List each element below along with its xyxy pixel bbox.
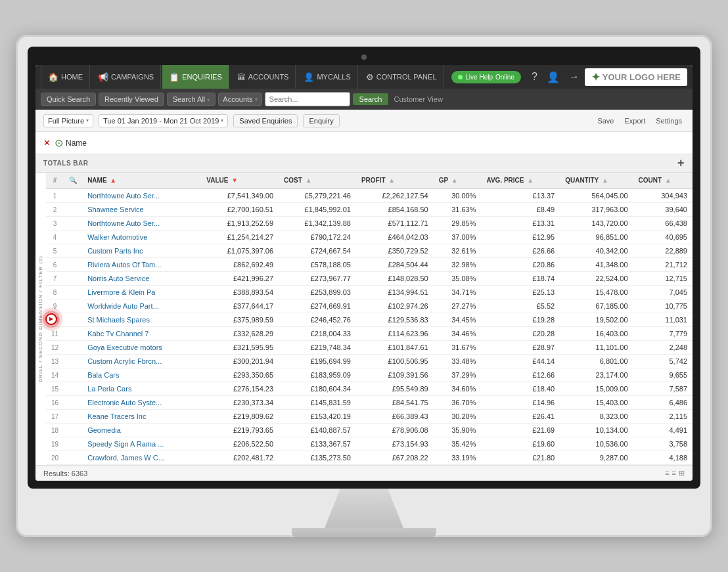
cell-num: 15 (46, 382, 64, 396)
cell-name[interactable]: Custom Acrylic Fbrcn... (82, 355, 201, 368)
table-row[interactable]: 14 Bala Cars £293,350.65 £183,959.09 £10… (46, 368, 693, 382)
full-picture-dropdown[interactable]: Full Picture ▾ (43, 114, 93, 127)
cell-name[interactable]: Custom Parts Inc (82, 244, 201, 258)
cell-search (64, 327, 82, 341)
table-row[interactable]: 8 Livermore & Klein Pa £388,893.54 £253,… (46, 286, 693, 299)
monitor-base (292, 528, 436, 537)
nav-enquiries[interactable]: 📋 ENQUIRIES (162, 65, 229, 89)
col-gp[interactable]: GP ▲ (434, 173, 482, 188)
nav-controlpanel[interactable]: ⚙ CONTROL PANEL (359, 65, 444, 89)
cell-name[interactable]: Kabc Tv Channel 7 (82, 327, 201, 341)
nav-mycalls[interactable]: 👤 MYCALLS (297, 65, 357, 89)
cell-avg-price: £12.66 (481, 368, 560, 382)
user-icon[interactable]: 👤 (543, 71, 564, 83)
cell-name[interactable]: Bala Cars (82, 368, 201, 382)
cell-name[interactable]: St Michaels Spares (82, 313, 201, 327)
table-row[interactable]: 12 Goya Executive motors £321,595.95 £21… (46, 341, 693, 355)
list-view-icon[interactable]: ≡ (672, 469, 676, 477)
col-quantity[interactable]: QUANTITY ▲ (560, 173, 633, 188)
cell-name[interactable]: Walker Automotive (82, 231, 201, 244)
cell-value: £219,809.62 (201, 410, 279, 424)
nav-home[interactable]: 🏠 HOME (41, 65, 90, 89)
table-body: 1 Northtowne Auto Ser... £7,541,349.00 £… (46, 188, 693, 465)
col-cost[interactable]: COST ▲ (279, 173, 356, 188)
cell-search (64, 258, 82, 272)
cell-name[interactable]: Keane Tracers Inc (82, 410, 201, 424)
table-row[interactable]: 18 Geomedia £219,793.65 £140,887.57 £78,… (46, 424, 693, 437)
col-name[interactable]: NAME ▲ (82, 173, 201, 188)
nav-enquiries-label: ENQUIRIES (182, 73, 222, 81)
settings-button[interactable]: Settings (653, 117, 685, 125)
live-help-status: Online (495, 74, 514, 81)
accounts-dropdown[interactable]: Accounts ▾ (218, 93, 262, 106)
cell-name[interactable]: Shawnee Service (82, 203, 201, 217)
full-picture-arrow-icon: ▾ (86, 118, 89, 123)
table-row[interactable]: 17 Keane Tracers Inc £219,809.62 £153,42… (46, 410, 693, 424)
search-input[interactable] (265, 92, 350, 106)
cell-name[interactable]: Speedy Sign A Rama ... (82, 437, 201, 451)
cell-profit: £148,028.50 (356, 272, 434, 286)
cell-name[interactable]: Geomedia (82, 424, 201, 437)
cell-cost: £724,667.54 (279, 244, 356, 258)
cell-name[interactable]: Northtowne Auto Ser... (82, 217, 201, 231)
table-row[interactable]: 4 Walker Automotive £1,254,214.27 £790,1… (46, 231, 693, 244)
cell-name[interactable]: Goya Executive motors (82, 341, 201, 355)
cell-name[interactable]: Electronic Auto Syste... (82, 396, 201, 410)
filter-active-icon: ⊙ (55, 137, 63, 149)
col-value[interactable]: VALUE ▼ (201, 173, 279, 188)
table-row[interactable]: 10 St Michaels Spares £375,989.59 £246,4… (46, 313, 693, 327)
search-all-button[interactable]: Search All ▾ (167, 93, 216, 106)
table-view-icon[interactable]: ⊞ (679, 469, 685, 477)
cell-avg-price: £5.52 (481, 299, 560, 313)
cell-cost: £274,669.91 (279, 299, 356, 313)
cell-name[interactable]: Worldwide Auto Part... (82, 299, 201, 313)
table-row[interactable]: 5 Custom Parts Inc £1,075,397.06 £724,66… (46, 244, 693, 258)
table-row[interactable]: 13 Custom Acrylic Fbrcn... £300,201.94 £… (46, 355, 693, 368)
export-button[interactable]: Export (622, 117, 648, 125)
table-row[interactable]: 15 La Perla Cars £276,154.23 £180,604.34… (46, 382, 693, 396)
save-button[interactable]: Save (595, 117, 616, 125)
cell-count: 7,045 (633, 286, 693, 299)
grid-view-icon[interactable]: ≡ (665, 469, 669, 477)
cell-name[interactable]: Crawford, James W C... (82, 451, 201, 465)
col-search[interactable]: 🔍 (64, 173, 82, 188)
logout-icon[interactable]: → (565, 71, 583, 83)
cell-name[interactable]: Livermore & Klein Pa (82, 286, 201, 299)
nav-mycalls-label: MYCALLS (317, 73, 350, 81)
live-help-button[interactable]: Live Help Online (451, 71, 521, 83)
nav-campaigns[interactable]: 📢 CAMPAIGNS (91, 65, 161, 89)
table-row[interactable]: 9 Worldwide Auto Part... £377,644.17 £27… (46, 299, 693, 313)
cell-name[interactable]: Norris Auto Service (82, 272, 201, 286)
table-row[interactable]: 2 Shawnee Service £2,700,160.51 £1,845,9… (46, 203, 693, 217)
cell-quantity: 11,101.00 (560, 341, 633, 355)
cell-name[interactable]: Riviera Autos Of Tam... (82, 258, 201, 272)
cell-name[interactable]: Northtowne Auto Ser... (82, 188, 201, 203)
search-button[interactable]: Search (353, 93, 389, 105)
table-row[interactable]: 11 Kabc Tv Channel 7 £332,628.29 £218,00… (46, 327, 693, 341)
drill-button[interactable] (45, 313, 57, 325)
table-row[interactable]: 19 Speedy Sign A Rama ... £206,522.50 £1… (46, 437, 693, 451)
help-icon[interactable]: ? (528, 71, 541, 83)
enquiry-button[interactable]: Enquiry (303, 114, 339, 127)
table-row[interactable]: 6 Riviera Autos Of Tam... £862,692.49 £5… (46, 258, 693, 272)
quick-search-button[interactable]: Quick Search (41, 93, 96, 106)
customer-view-button[interactable]: Customer View (391, 95, 445, 103)
totals-bar-add-button[interactable]: + (677, 156, 685, 170)
cell-cost: £140,887.57 (279, 424, 356, 437)
table-row[interactable]: 3 Northtowne Auto Ser... £1,913,252.59 £… (46, 217, 693, 231)
date-range-dropdown[interactable]: Tue 01 Jan 2019 - Mon 21 Oct 2019 ▾ (99, 114, 228, 127)
cell-name[interactable]: La Perla Cars (82, 382, 201, 396)
col-count[interactable]: COUNT ▲ (633, 173, 693, 188)
table-row[interactable]: 20 Crawford, James W C... £202,481.72 £1… (46, 451, 693, 465)
filter-close-icon[interactable]: ✕ (43, 138, 51, 148)
recently-viewed-button[interactable]: Recently Viewed (99, 93, 164, 106)
col-avg-price[interactable]: AVG. PRICE ▲ (481, 173, 560, 188)
cell-value: £276,154.23 (201, 382, 279, 396)
cell-avg-price: £21.80 (481, 451, 560, 465)
table-row[interactable]: 16 Electronic Auto Syste... £230,373.34 … (46, 396, 693, 410)
saved-enquiries-button[interactable]: Saved Enquiries (233, 114, 298, 127)
nav-accounts[interactable]: 🏛 ACCOUNTS (231, 65, 296, 89)
table-row[interactable]: 1 Northtowne Auto Ser... £7,541,349.00 £… (46, 188, 693, 203)
col-profit[interactable]: PROFIT ▲ (356, 173, 434, 188)
table-row[interactable]: 7 Norris Auto Service £421,996.27 £273,9… (46, 272, 693, 286)
